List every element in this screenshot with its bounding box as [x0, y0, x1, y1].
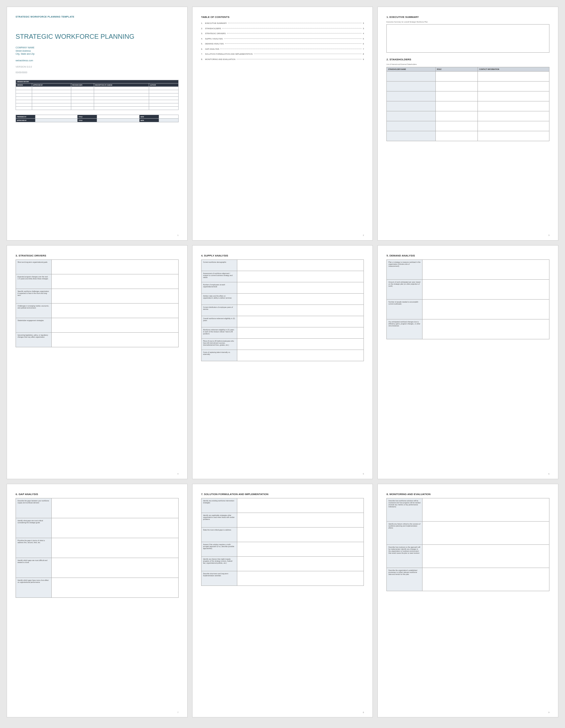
toc-dots — [222, 28, 362, 28]
row-label: Identify which gaps have more of an effe… — [16, 578, 52, 597]
row-label: Identify what gaps are most critical con… — [16, 518, 52, 538]
row-value — [51, 498, 178, 518]
row-label: Describe the organization's established … — [387, 568, 423, 591]
toc-num: 6. — [201, 48, 205, 51]
supply-analysis-table: Current workforce demographicAssessment … — [201, 259, 364, 361]
doc-date: 00/00/0000 — [16, 71, 179, 74]
row-label: Describe the gaps between your workforce… — [16, 498, 52, 518]
table-row: Identify any existing workforce interven… — [201, 498, 364, 513]
row-value — [237, 271, 364, 282]
toc-num: 4. — [201, 38, 205, 40]
toc-label: MONITORING AND EVALUATION — [205, 58, 236, 61]
row-value — [237, 259, 364, 271]
title-label: TITLE — [78, 115, 97, 119]
row-label: Describe how revisions to the approach w… — [387, 544, 423, 568]
solution-heading: 7. SOLUTION FORMULATION AND IMPLEMENTATI… — [201, 493, 364, 496]
row-label: Number of people needed to accomplish cu… — [387, 299, 423, 319]
toc-dots — [254, 54, 362, 54]
stakeholders-heading: 2. STAKEHOLDERS — [386, 58, 549, 61]
row-value — [237, 498, 364, 513]
row-value — [51, 578, 178, 597]
toc-item: 4.SUPPLY ANALYSIS5 — [201, 38, 364, 40]
row-label: Attrition rates and the effect on organi… — [201, 293, 237, 305]
col-author: AUTHOR — [149, 84, 178, 87]
row-label: Plans (if any) to fill behind employees … — [201, 338, 237, 350]
toc-num: 3. — [201, 32, 205, 35]
row-label: Overall workforce retirement eligibility… — [201, 316, 237, 327]
row-value — [237, 350, 364, 361]
row-value — [51, 558, 178, 578]
row-label: Costs of replacing talent internally vs.… — [201, 350, 237, 361]
page-9: 8. MONITORING AND EVALUATION Describe ho… — [377, 484, 558, 718]
signoff-table: PREPARED BY TITLE DATE APPROVED BY TITLE… — [16, 115, 179, 122]
toc-item: 7.SOLUTION FORMULATION AND IMPLEMENTATIO… — [201, 53, 364, 56]
row-label: Assess if the solution requires a multi-… — [201, 542, 237, 556]
table-row: Describe how revisions to the approach w… — [387, 544, 549, 568]
row-label: Workforce retirement eligibility in (X) … — [201, 327, 237, 338]
row-label: State the most critical gaps to address — [201, 527, 237, 542]
table-row — [16, 87, 179, 90]
doc-title: STRATEGIC WORKFORCE PLANNING — [16, 33, 179, 40]
gap-analysis-table: Describe the gaps between your workforce… — [16, 498, 179, 598]
table-row: Describe the organization's established … — [387, 568, 549, 591]
row-value — [51, 538, 178, 558]
demand-analysis-table: Plan or strategy to measure workload in … — [386, 259, 549, 339]
table-row: Assess if the solution requires a multi-… — [201, 542, 364, 556]
toc-page: 9 — [363, 58, 364, 61]
page-number: 8 — [363, 711, 364, 714]
table-row — [16, 103, 179, 107]
table-row: Plans (if any) to fill behind employees … — [201, 338, 364, 350]
row-label: Identify any factors that might impede p… — [201, 556, 237, 571]
demand-analysis-heading: 5. DEMAND ANALYSIS — [386, 254, 549, 257]
table-row: Identify any factors critical to the suc… — [387, 521, 549, 544]
table-row: Overall workforce retirement eligibility… — [201, 316, 364, 327]
toc-heading: TABLE OF CONTENTS — [201, 16, 364, 19]
row-label: Stakeholder engagement strategies — [16, 318, 52, 332]
table-row: Any anticipated workload changes due to … — [387, 319, 549, 339]
date-label-2: DATE — [139, 119, 159, 122]
table-row: Describe the gaps between your workforce… — [16, 498, 179, 518]
table-row — [387, 81, 549, 91]
web-address: webaddress.com — [16, 59, 179, 62]
row-value — [51, 518, 178, 538]
table-row: Prioritize the gaps in terms of what to … — [16, 538, 179, 558]
toc-page: 3 — [363, 22, 364, 25]
approved-by-label: APPROVED BY — [16, 119, 35, 122]
toc-num: 8. — [201, 58, 205, 61]
table-row: Short and long-term organizational goals — [16, 259, 179, 274]
toc-list: 1.EXECUTIVE SUMMARY32.STAKEHOLDERS33.STR… — [201, 22, 364, 61]
table-row — [387, 111, 549, 121]
row-label: Identify any existing workforce interven… — [201, 498, 237, 513]
row-label: Number of employees at each organization… — [201, 282, 237, 293]
title-label-2: TITLE — [78, 119, 97, 122]
toc-dots — [228, 23, 362, 23]
toc-item: 1.EXECUTIVE SUMMARY3 — [201, 22, 364, 25]
row-value — [423, 568, 549, 591]
toc-item: 6.GAP ANALYSIS7 — [201, 48, 364, 51]
toc-page: 4 — [363, 32, 364, 35]
toc-num: 1. — [201, 22, 205, 25]
strategic-drivers-heading: 3. STRATEGIC DRIVERS — [16, 254, 179, 257]
col-revision-date: REVISION DATE — [71, 84, 94, 87]
row-label: Amount of work anticipated per year, bas… — [387, 279, 423, 299]
table-row: Current workforce demographic — [201, 259, 364, 271]
row-value — [237, 316, 364, 327]
row-value — [423, 319, 549, 339]
row-label: Short and long-term organizational goals — [16, 259, 52, 274]
row-value — [51, 332, 178, 347]
toc-dots — [220, 49, 362, 49]
table-row: Amount of work anticipated per year, bas… — [387, 279, 549, 299]
toc-page: 8 — [363, 53, 364, 56]
page-5: 4. SUPPLY ANALYSIS Current workforce dem… — [192, 245, 373, 479]
table-row: Describe how workforce solutions will be… — [387, 498, 549, 521]
row-label: Any anticipated workload changes due to … — [387, 319, 423, 339]
toc-label: DEMAND ANALYSIS — [205, 43, 224, 45]
col-stakeholder-name: STAKEHOLDER NAME — [387, 67, 435, 71]
exec-summary-note: Executive Summary for overall Strategic … — [386, 21, 549, 23]
table-row — [387, 91, 549, 101]
exec-summary-heading: 1. EXECUTIVE SUMMARY — [386, 16, 549, 19]
table-row: Number of people needed to accomplish cu… — [387, 299, 549, 319]
prepared-by-row: PREPARED BY TITLE DATE — [16, 115, 179, 119]
table-row: Assessment of workforce alignment / supp… — [201, 271, 364, 282]
company-name: COMPANY NAME — [16, 46, 179, 49]
